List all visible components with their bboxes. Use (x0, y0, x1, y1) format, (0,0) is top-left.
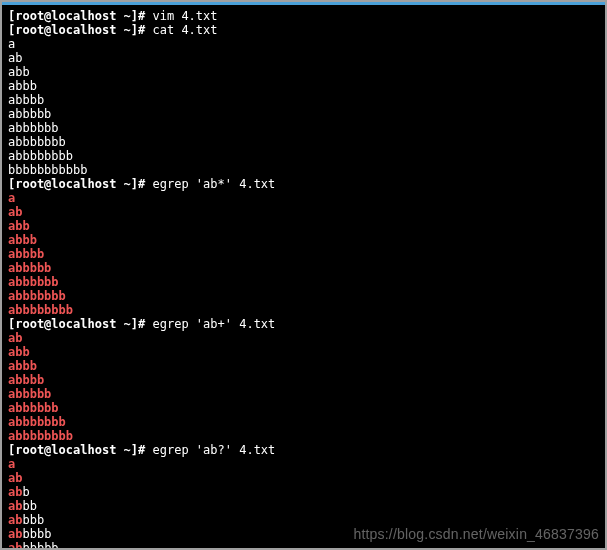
grep-match: abbbbbbb (8, 289, 66, 303)
grep-match: ab (8, 205, 22, 219)
grep-match: ab (8, 499, 22, 513)
grep-output-line: a (8, 457, 599, 471)
grep-output-line: abbbb (8, 373, 599, 387)
grep-output-line: a (8, 191, 599, 205)
grep-output-line: abb (8, 219, 599, 233)
grep-rest: bbbb (22, 527, 51, 541)
grep-output-line: abbbbbb (8, 401, 599, 415)
terminal[interactable]: [root@localhost ~]# vim 4.txt[root@local… (2, 5, 605, 548)
command: egrep 'ab+' 4.txt (153, 317, 276, 331)
grep-match: abbbbbbbb (8, 303, 73, 317)
grep-match: a (8, 191, 15, 205)
grep-output-line: abbbbb (8, 387, 599, 401)
command: cat 4.txt (153, 23, 218, 37)
grep-output-line: abbbbbb (8, 541, 599, 548)
grep-output-line: abbb (8, 233, 599, 247)
grep-output-line: abbb (8, 499, 599, 513)
grep-output-line: abbbbbbbb (8, 303, 599, 317)
grep-match: abbbbbbb (8, 415, 66, 429)
output-line: abbbbbb (8, 121, 599, 135)
grep-match: abbbbbbbb (8, 429, 73, 443)
grep-match: abbb (8, 233, 37, 247)
grep-output-line: abbbbb (8, 261, 599, 275)
grep-output-line: abbbb (8, 247, 599, 261)
grep-match: abbb (8, 359, 37, 373)
grep-output-line: abbbbbbb (8, 415, 599, 429)
output-line: a (8, 37, 599, 51)
grep-match: a (8, 457, 15, 471)
grep-match: abbbbb (8, 261, 51, 275)
grep-output-line: abb (8, 485, 599, 499)
grep-match: abb (8, 345, 30, 359)
grep-match: abbbbbb (8, 401, 59, 415)
output-line: ab (8, 51, 599, 65)
grep-match: ab (8, 513, 22, 527)
output-line: abbbbbbbb (8, 149, 599, 163)
grep-rest: bb (22, 499, 36, 513)
output-line: abbb (8, 79, 599, 93)
output-line: abbbbbbb (8, 135, 599, 149)
prompt-line: [root@localhost ~]# egrep 'ab?' 4.txt (8, 443, 599, 457)
grep-output-line: abbbbbbbb (8, 429, 599, 443)
output-line: bbbbbbbbbbb (8, 163, 599, 177)
prompt-line: [root@localhost ~]# vim 4.txt (8, 9, 599, 23)
grep-output-line: ab (8, 205, 599, 219)
grep-output-line: abbbb (8, 513, 599, 527)
grep-output-line: ab (8, 471, 599, 485)
command: vim 4.txt (153, 9, 218, 23)
grep-match: ab (8, 331, 22, 345)
grep-match: abbbbbb (8, 275, 59, 289)
output-line: abb (8, 65, 599, 79)
prompt: [root@localhost ~]# (8, 443, 153, 457)
command: egrep 'ab?' 4.txt (153, 443, 276, 457)
grep-rest: bbb (22, 513, 44, 527)
prompt: [root@localhost ~]# (8, 9, 153, 23)
window-frame: [root@localhost ~]# vim 4.txt[root@local… (0, 0, 607, 550)
grep-match: abbbb (8, 373, 44, 387)
prompt-line: [root@localhost ~]# egrep 'ab*' 4.txt (8, 177, 599, 191)
grep-match: ab (8, 527, 22, 541)
prompt: [root@localhost ~]# (8, 177, 153, 191)
grep-match: ab (8, 541, 22, 548)
prompt-line: [root@localhost ~]# cat 4.txt (8, 23, 599, 37)
output-line: abbbb (8, 93, 599, 107)
grep-match: abbbbb (8, 387, 51, 401)
output-line: abbbbb (8, 107, 599, 121)
grep-match: abb (8, 219, 30, 233)
prompt: [root@localhost ~]# (8, 317, 153, 331)
grep-output-line: ab (8, 331, 599, 345)
command: egrep 'ab*' 4.txt (153, 177, 276, 191)
grep-rest: b (22, 485, 29, 499)
prompt-line: [root@localhost ~]# egrep 'ab+' 4.txt (8, 317, 599, 331)
grep-match: abbbb (8, 247, 44, 261)
grep-output-line: abb (8, 345, 599, 359)
grep-output-line: abbbbbb (8, 275, 599, 289)
grep-output-line: abbb (8, 359, 599, 373)
grep-output-line: abbbbbbb (8, 289, 599, 303)
grep-match: ab (8, 471, 22, 485)
grep-rest: bbbbb (22, 541, 58, 548)
prompt: [root@localhost ~]# (8, 23, 153, 37)
grep-match: ab (8, 485, 22, 499)
grep-output-line: abbbbb (8, 527, 599, 541)
